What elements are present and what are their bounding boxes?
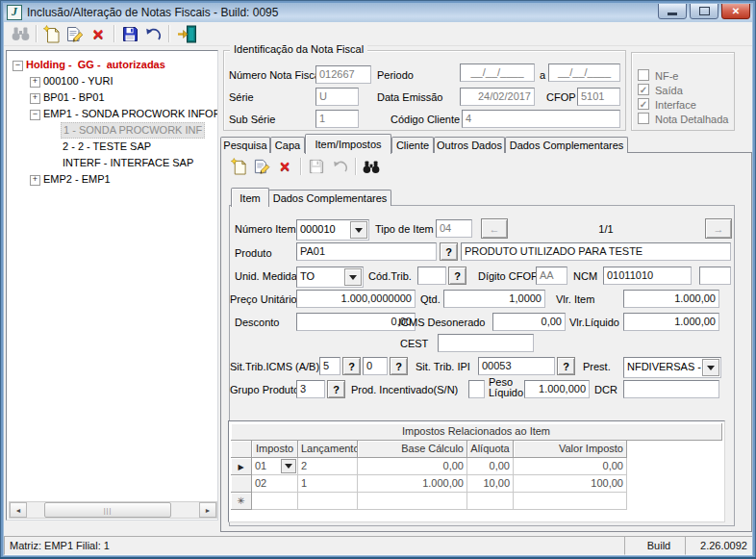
edit-button[interactable]	[63, 23, 87, 44]
cell-imposto[interactable]	[252, 493, 298, 510]
cell-lancamento[interactable]: 1	[298, 475, 358, 493]
cell-lancamento[interactable]	[298, 493, 358, 510]
col-aliquota[interactable]: Alíquota	[467, 441, 514, 458]
preco-unitario-field[interactable]: 1.000,0000000	[296, 290, 416, 308]
produto-descricao-field[interactable]: PRODUTO UTILIZADO PARA TESTE	[461, 242, 731, 261]
col-imposto[interactable]: Imposto	[252, 441, 298, 458]
col-valor-imposto[interactable]: Valor Imposto	[514, 441, 627, 458]
cell-imposto[interactable]: 01	[252, 458, 298, 475]
chevron-down-icon[interactable]	[702, 359, 719, 376]
cell-aliquota[interactable]	[467, 493, 514, 510]
inner-tab-item-active[interactable]: Item	[231, 188, 269, 207]
cell-valor[interactable]	[514, 493, 627, 510]
tab-item-impostos-active[interactable]: Item/Impostos	[305, 134, 391, 154]
expand-icon[interactable]	[30, 77, 40, 88]
dcr-field[interactable]	[623, 380, 719, 398]
sit-icms-a-lookup-button[interactable]: ?	[342, 357, 361, 375]
cod-trib-field[interactable]	[417, 267, 446, 285]
sit-trib-icms-b-field[interactable]: 0	[363, 357, 388, 375]
inner-tab-dados-complementares[interactable]: Dados Complementares	[268, 190, 391, 206]
scroll-right-arrow-icon[interactable]: ►	[199, 502, 216, 518]
cell-base[interactable]: 1.000,00	[358, 475, 467, 493]
table-new-row[interactable]	[231, 493, 722, 510]
item-undo-button-disabled[interactable]	[328, 156, 351, 177]
expand-icon[interactable]	[30, 93, 40, 104]
codigo-cliente-field[interactable]: 4	[462, 110, 620, 128]
collapse-icon[interactable]	[13, 61, 23, 71]
cod-trib-lookup-button[interactable]: ?	[448, 267, 466, 285]
save-button[interactable]	[118, 23, 141, 44]
maximize-button[interactable]	[690, 3, 718, 19]
cell-lancamento[interactable]: 2	[298, 458, 358, 475]
vlr-liquido-field[interactable]: 1.000,00	[623, 313, 719, 331]
peso-liquido-field[interactable]: 1.000,000	[524, 380, 590, 398]
unidade-medida-combo[interactable]: TO	[296, 267, 364, 288]
sit-ipi-lookup-button[interactable]: ?	[557, 357, 575, 375]
prest-combo[interactable]: NFDIVERSAS - DIV	[623, 357, 721, 378]
tree-item[interactable]: INTERF - INTERFACE SAP	[63, 156, 193, 170]
tab-dados-complementares[interactable]: Dados Complementares	[505, 137, 628, 153]
periodo-de-field[interactable]: __/__/____	[460, 64, 535, 82]
vlr-item-field[interactable]: 1.000,00	[623, 290, 719, 308]
scroll-left-arrow-icon[interactable]: ◄	[10, 502, 27, 518]
tipo-item-field[interactable]: 04	[436, 219, 472, 238]
expand-icon[interactable]	[30, 175, 40, 186]
data-emissao-field[interactable]: 24/02/2017	[460, 88, 535, 106]
cell-valor[interactable]: 0,00	[514, 458, 627, 475]
cell-imposto[interactable]: 02	[252, 475, 298, 493]
prod-incentivado-field[interactable]	[468, 380, 485, 398]
icms-desonerado-field[interactable]: 0,00	[492, 313, 566, 331]
cell-valor[interactable]: 100,00	[514, 475, 627, 493]
table-row[interactable]: 01 2 0,00 0,00 0,00	[231, 458, 722, 475]
tree-item-selected[interactable]: 1 - SONDA PROCWORK INF	[61, 122, 205, 139]
tree-item[interactable]: 000100 - YURI	[43, 74, 113, 89]
chevron-down-icon[interactable]	[344, 268, 362, 286]
digito-cfop-field[interactable]: AA	[536, 267, 567, 285]
grupo-produto-lookup-button[interactable]: ?	[327, 380, 345, 398]
tree-item[interactable]: 2 - 2 - TESTE SAP	[63, 140, 151, 154]
tree-item[interactable]: BP01 - BP01	[43, 90, 105, 105]
numero-item-combo[interactable]: 000010	[296, 219, 369, 241]
periodo-ate-field[interactable]: __/__/____	[548, 64, 620, 82]
item-search-button[interactable]	[360, 156, 383, 177]
produto-field[interactable]: PA01	[296, 242, 437, 261]
cest-field[interactable]	[438, 334, 534, 352]
close-button[interactable]: ✕	[721, 3, 750, 19]
saida-checkbox[interactable]	[638, 84, 649, 95]
delete-button[interactable]: ✕	[87, 23, 110, 44]
search-button-disabled[interactable]	[9, 23, 32, 44]
cell-combo-chevron-icon[interactable]	[281, 459, 296, 473]
col-lancamento[interactable]: Lançamento	[298, 441, 358, 458]
prev-item-button[interactable]: ←	[481, 218, 508, 239]
minimize-button[interactable]	[658, 3, 687, 19]
sit-trib-icms-a-field[interactable]: 5	[319, 357, 340, 375]
interface-checkbox[interactable]	[638, 98, 649, 110]
chevron-down-icon[interactable]	[350, 221, 367, 239]
produto-lookup-button[interactable]: ?	[440, 242, 458, 261]
title-bar[interactable]: J Inclusão/Alteração de Notas Fiscais - …	[3, 3, 753, 22]
undo-button[interactable]	[141, 23, 164, 44]
tab-capa[interactable]: Capa	[270, 137, 305, 153]
cfop-field[interactable]: 5101	[577, 88, 620, 106]
col-base-calculo[interactable]: Base Cálculo	[358, 441, 467, 458]
nota-detalhada-checkbox[interactable]	[638, 113, 649, 124]
sub-serie-field[interactable]: 1	[315, 110, 359, 128]
exit-button[interactable]	[173, 23, 200, 44]
ncm-field[interactable]: 01011010	[603, 267, 692, 285]
tab-outros-dados[interactable]: Outros Dados	[434, 137, 505, 153]
tab-cliente[interactable]: Cliente	[391, 137, 434, 153]
tree-root[interactable]: Holding - GG - autorizadas	[26, 58, 165, 72]
cell-base[interactable]: 0,00	[358, 458, 467, 475]
item-save-button-disabled[interactable]	[305, 156, 328, 177]
numero-nota-field[interactable]: 012667	[315, 65, 371, 84]
sit-trib-ipi-field[interactable]: 00053	[478, 357, 555, 375]
tree-item[interactable]: EMP2 - EMP1	[43, 172, 111, 187]
table-row[interactable]: 02 1 1.000,00 10,00 100,00	[231, 475, 722, 493]
item-edit-button[interactable]	[250, 156, 273, 177]
new-button[interactable]	[40, 23, 63, 44]
ncm-extra-field[interactable]	[699, 267, 731, 285]
nfe-checkbox[interactable]	[638, 69, 649, 81]
serie-field[interactable]: U	[315, 88, 359, 106]
item-new-button[interactable]	[227, 156, 250, 177]
collapse-icon[interactable]	[30, 110, 40, 120]
